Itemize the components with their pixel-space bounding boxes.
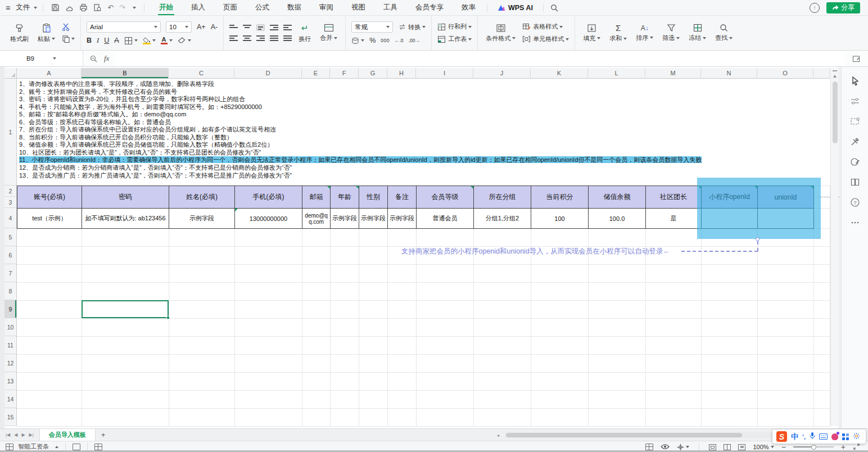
eraser-button[interactable] xyxy=(178,37,191,44)
hamburger-icon[interactable]: ≡ xyxy=(6,3,10,12)
sum-button[interactable]: Σ 求和 xyxy=(607,23,629,43)
align-bottom-button[interactable] xyxy=(256,24,265,31)
table-header-cell[interactable]: 当前积分 xyxy=(531,186,589,209)
table-data-cell[interactable]: test（示例） xyxy=(17,208,82,229)
row-header-15[interactable]: 15 xyxy=(4,408,17,426)
table-header-cell[interactable]: 年龄 xyxy=(330,186,359,209)
copy-button[interactable] xyxy=(62,35,75,43)
column-header-O[interactable]: O xyxy=(757,68,813,79)
cursor-select-icon[interactable] xyxy=(849,75,861,87)
tab-tools[interactable]: 工具 xyxy=(374,0,406,16)
column-header-L[interactable]: L xyxy=(588,68,645,79)
sheet-tab-active[interactable]: 会员导入模板 xyxy=(39,429,96,441)
column-header-G[interactable]: G xyxy=(359,68,387,79)
page-break-view-button[interactable] xyxy=(738,444,745,450)
prev-sheet-button[interactable]: ◀ xyxy=(14,432,17,437)
cell-style-button[interactable]: 单元格样式 xyxy=(522,35,569,43)
underline-button[interactable]: U xyxy=(104,37,109,44)
wps-ai-button[interactable]: WPS AI xyxy=(490,4,541,12)
print-icon[interactable] xyxy=(79,3,88,12)
output-icon[interactable] xyxy=(65,3,74,12)
page-grid-icon[interactable] xyxy=(645,444,653,450)
table-header-cell[interactable]: 姓名(必填) xyxy=(169,186,235,209)
column-header-E[interactable]: E xyxy=(302,68,330,79)
settings-sliders-icon[interactable] xyxy=(849,95,861,107)
conditional-format-button[interactable]: 条件格式 xyxy=(483,24,518,43)
table-data-cell[interactable]: 示例字段 xyxy=(169,208,235,229)
align-top-button[interactable] xyxy=(229,24,238,31)
scroll-up-icon[interactable] xyxy=(833,75,837,78)
italic-button[interactable]: I xyxy=(97,37,99,45)
table-data-cell[interactable]: 示例字段 xyxy=(330,208,359,229)
annotation-anchor-dot[interactable] xyxy=(756,237,760,241)
ime-language-indicator[interactable]: 中 xyxy=(791,432,798,442)
select-all-corner[interactable] xyxy=(4,68,17,79)
scrollbar-split-handle[interactable] xyxy=(833,70,837,71)
currency-button[interactable] xyxy=(351,37,364,44)
column-header-M[interactable]: M xyxy=(645,68,701,79)
row-header-6[interactable]: 6 xyxy=(4,246,17,264)
column-header-B[interactable]: B xyxy=(82,68,169,79)
pen-edit-icon[interactable] xyxy=(849,156,861,168)
table-data-cell[interactable]: 100 xyxy=(531,208,589,229)
redo-icon[interactable]: ↷ xyxy=(119,3,125,12)
zoom-formula-icon[interactable] xyxy=(90,55,97,62)
fx-icon[interactable]: fx xyxy=(104,54,109,63)
rows-columns-button[interactable]: 行和列 xyxy=(437,22,472,31)
table-header-cell[interactable]: 会员等级 xyxy=(416,186,474,209)
column-header-H[interactable]: H xyxy=(387,68,416,79)
next-sheet-button[interactable]: ▶ xyxy=(21,432,25,437)
table-header-cell[interactable]: 储值余额 xyxy=(588,186,646,209)
tab-review[interactable]: 审阅 xyxy=(310,0,342,16)
tab-insert[interactable]: 插入 xyxy=(182,0,214,16)
upload-icon[interactable]: ↑ xyxy=(810,3,820,13)
row-header-4[interactable]: 4 xyxy=(4,208,17,228)
tab-member[interactable]: 会员专享 xyxy=(406,0,453,16)
row-header-9[interactable]: 9 xyxy=(4,300,17,318)
eye-icon[interactable] xyxy=(661,444,670,451)
decrease-indent-button[interactable] xyxy=(270,24,278,31)
page-layout-view-button[interactable] xyxy=(724,444,731,450)
row-header-5[interactable]: 5 xyxy=(4,228,17,246)
filter-button[interactable]: 筛选 xyxy=(660,24,682,42)
tab-view[interactable]: 视图 xyxy=(342,0,374,16)
align-right-button[interactable] xyxy=(256,35,265,42)
row-header-1[interactable]: 1 xyxy=(4,79,17,186)
save-icon[interactable] xyxy=(51,3,60,12)
form-tool-icon[interactable] xyxy=(844,55,868,62)
row-header-3[interactable]: 3 xyxy=(4,197,17,208)
share-button[interactable]: 分享 xyxy=(826,2,860,13)
smart-payroll-label[interactable]: 智能工资条 xyxy=(18,442,49,451)
microphone-icon[interactable] xyxy=(810,432,815,442)
tab-page[interactable]: 页面 xyxy=(214,0,246,16)
keyboard-icon[interactable] xyxy=(819,432,828,442)
table-header-cell[interactable]: 性别 xyxy=(359,186,388,209)
print-preview-icon[interactable] xyxy=(93,3,102,12)
table-style-button[interactable]: 表格样式 xyxy=(522,22,569,31)
selected-cell-b9[interactable] xyxy=(82,300,169,318)
row-header-12[interactable]: 12 xyxy=(4,354,17,372)
column-header-F[interactable]: F xyxy=(330,68,359,79)
name-box[interactable]: B9 xyxy=(0,51,83,66)
add-sheet-button[interactable]: + xyxy=(96,431,111,439)
screenshot-area-icon[interactable] xyxy=(849,115,861,128)
zoom-slider-knob[interactable] xyxy=(811,445,816,450)
font-color-button[interactable]: A xyxy=(161,37,173,44)
skin-paw-icon[interactable] xyxy=(831,433,838,440)
help-icon[interactable]: ? xyxy=(849,196,861,209)
table-data-cell[interactable]: 100.0 xyxy=(588,208,646,229)
table-data-cell[interactable]: 如不填写则默认为: ab123456 xyxy=(82,208,169,229)
align-middle-button[interactable] xyxy=(243,24,251,31)
table-data-cell[interactable]: 示例字段 xyxy=(387,208,417,229)
chevron-down-icon[interactable] xyxy=(133,7,136,9)
table-header-cell[interactable]: 社区团长 xyxy=(645,186,702,209)
table-header-cell[interactable]: 邮箱 xyxy=(302,186,331,209)
table-header-cell[interactable]: 手机(必填) xyxy=(234,186,302,209)
row-header-11[interactable]: 11 xyxy=(4,336,17,354)
align-left-button[interactable] xyxy=(229,35,238,42)
tools-icon[interactable] xyxy=(849,135,861,148)
scroll-left-icon[interactable]: ◂ xyxy=(497,433,499,438)
freeze-button[interactable]: 冻结 xyxy=(686,24,708,42)
table-header-cell[interactable]: 密码 xyxy=(82,186,169,209)
strikethrough-button[interactable]: A xyxy=(114,37,119,44)
